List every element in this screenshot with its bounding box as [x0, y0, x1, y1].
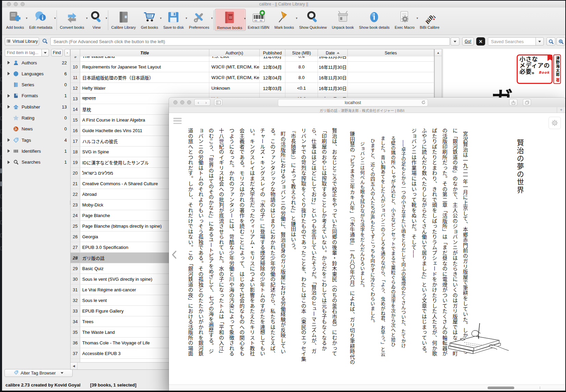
reader-horizontal-scrollbar[interactable] — [169, 384, 565, 391]
sidebar-toggle-button[interactable] — [214, 99, 222, 106]
disclosure-triangle-icon[interactable] — [8, 61, 10, 64]
search-history-dropdown[interactable] — [451, 37, 459, 46]
advanced-search-button[interactable] — [42, 38, 49, 45]
chevron-down-icon[interactable]: ▾ — [211, 16, 213, 20]
previous-page-arrow[interactable] — [171, 250, 178, 260]
browser-titlebar[interactable]: ‹ › localhost — [169, 98, 565, 108]
sidebar-item-news[interactable]: News0 — [2, 125, 70, 134]
reader-column: ぱたりぱたりとまわり、きれで頭をしばったりラムプシェードをかけたりした人たちが、… — [431, 128, 437, 368]
toolbar-button-convert-books[interactable]: Convert books▾ — [58, 9, 87, 30]
table-row[interactable]: 9The Waste LandT.S. Eliot11年09月0.416年11月… — [71, 56, 434, 62]
show-tabs-button[interactable] — [523, 99, 531, 106]
toolbar-button-extract-isbn[interactable]: 010011Extract ISBN — [246, 9, 272, 30]
copy-search-button[interactable] — [546, 37, 555, 46]
column-header-published[interactable]: Published — [260, 49, 285, 56]
sidebar-item-rating[interactable]: Rating0 — [2, 114, 70, 123]
row-number: 29 — [71, 263, 80, 274]
gear-icon — [551, 119, 558, 126]
saved-searches-dropdown[interactable] — [536, 37, 544, 46]
chevron-down-icon[interactable]: ▾ — [106, 16, 107, 20]
save-search-button[interactable] — [556, 37, 565, 46]
series-icon — [13, 82, 19, 88]
reload-icon[interactable] — [421, 100, 426, 105]
column-header-date[interactable]: Date — [318, 49, 348, 56]
sidebar-count: 1 — [64, 149, 67, 154]
toolbar-button-bibi-calibre[interactable]: BiBiBiBi Calibre — [418, 9, 442, 30]
chevron-down-icon[interactable]: ▾ — [54, 16, 56, 20]
toolbar-button-view[interactable]: View▾ — [87, 9, 107, 30]
column-header-size-mb[interactable]: Size (MB) — [285, 49, 318, 56]
reader-column: リバンヤでの苛烈な搾取をくぐり抜けたものであったことを、わたしはこの本（東民のエ… — [300, 128, 306, 368]
sidebar-item-tags[interactable]: Tags4 — [2, 136, 70, 144]
saved-searches-combo[interactable]: Saved Searches — [488, 37, 536, 46]
disclosure-triangle-icon[interactable] — [8, 72, 10, 75]
tag-find-button[interactable]: Find — [51, 49, 63, 56]
toolbar-button-unpack-book[interactable]: Unpack book — [330, 9, 357, 30]
tag-collapse-button[interactable]: - — [64, 49, 70, 56]
toolbar-button-calibre-library[interactable]: Calibre Library — [109, 9, 139, 30]
toolbar-label: Add books — [6, 25, 24, 29]
toolbar-button-preferences[interactable]: Preferences▾ — [187, 9, 212, 30]
calibre-titlebar[interactable]: calibre - || Calibre Library || — [2, 1, 565, 8]
tag-browser-find-input[interactable] — [5, 49, 42, 56]
column-header-title[interactable]: Title — [80, 49, 209, 56]
url-field[interactable]: localhost — [278, 99, 428, 106]
column-header-author-s[interactable]: Author(s) — [209, 49, 260, 56]
sidebar-item-formats[interactable]: Formats1 — [2, 91, 70, 100]
tab-title[interactable]: ガリ版の話 - 津野海太郎 - 株式会社ボイジャー | BiB/i — [169, 108, 555, 113]
cell-date: 16年11月30日 — [318, 56, 348, 61]
disclosure-triangle-icon[interactable] — [8, 161, 10, 164]
back-button[interactable]: ‹ — [194, 99, 202, 106]
minimize-window-button[interactable] — [180, 100, 184, 104]
scroll-up-icon[interactable]: ▲ — [435, 49, 442, 56]
zoom-window-button[interactable] — [187, 100, 191, 104]
disclosure-triangle-icon[interactable] — [8, 94, 10, 98]
clear-search-button[interactable]: ✕ — [476, 37, 485, 46]
row-number: 37 — [71, 348, 80, 358]
sort-ascending-icon — [337, 52, 340, 54]
toolbar-button-mark-books[interactable]: Mark books▾ — [272, 9, 297, 30]
toolbar-button-show-book-details[interactable]: Show book details — [357, 9, 393, 30]
new-tab-button[interactable]: + — [557, 107, 565, 113]
row-number: 15 — [71, 115, 80, 125]
show-book-details-icon — [367, 10, 381, 24]
add-books-icon — [8, 10, 22, 24]
sidebar-item-series[interactable]: Series0 — [2, 80, 70, 89]
forward-button[interactable]: › — [202, 99, 210, 106]
share-button[interactable] — [509, 99, 517, 106]
toolbar-button-remove-books[interactable]: Remove books▾ — [215, 9, 246, 31]
tag-find-dropdown[interactable] — [41, 49, 49, 56]
toolbar-button-edit-metadata[interactable]: Edit metadata▾ — [27, 9, 56, 30]
toolbar-button-show-quickview[interactable]: Show Quickview — [297, 9, 330, 30]
sidebar-item-searches[interactable]: Searches1 — [2, 158, 70, 167]
search-input[interactable] — [50, 37, 450, 46]
scroll-left-icon[interactable]: ◀ — [71, 363, 77, 369]
close-window-button[interactable] — [173, 100, 177, 104]
virtual-library-button[interactable]: Virtual Library — [5, 37, 39, 46]
menu-icon[interactable] — [173, 118, 182, 124]
row-number: 21 — [71, 178, 80, 189]
reader-settings-button[interactable] — [549, 117, 561, 129]
window-traffic-lights[interactable] — [173, 100, 191, 104]
alter-tag-browser-button[interactable]: Alter Tag Browser — [4, 369, 73, 377]
toolbar-button-exec-macro[interactable]: Exec Macro▾ — [393, 9, 418, 30]
table-row[interactable]: 12Hefty WaterUnknown12年03月<0.116年11月30日 — [71, 83, 434, 93]
search-go-button[interactable]: Go! — [462, 37, 474, 46]
disclosure-triangle-icon[interactable] — [8, 149, 10, 153]
cell-authors: W3C® (MIT, ERCIM, Ke... — [209, 62, 260, 72]
sidebar-item-identifiers[interactable]: Identifiers1 — [2, 147, 70, 155]
toolbar-separator — [213, 10, 214, 30]
disclosure-triangle-icon[interactable] — [8, 105, 10, 109]
table-row[interactable]: 10Requirements for Japanese Text LayoutW… — [71, 62, 434, 72]
disclosure-triangle-icon[interactable] — [8, 138, 10, 142]
toolbar-button-save-to-disk[interactable]: Save to disk▾ — [161, 9, 187, 30]
splitter-grip[interactable] — [69, 201, 71, 210]
sidebar-item-publisher[interactable]: Publisher13 — [2, 102, 70, 111]
column-header-series[interactable]: Series — [348, 49, 434, 56]
table-row[interactable]: 11日本語組版処理の要件（日本語版）W3C® (MIT, ERCIM, Ke..… — [71, 72, 434, 83]
toolbar-button-get-books[interactable]: Get books▾ — [139, 9, 161, 30]
scrollbar-thumb[interactable] — [488, 387, 514, 389]
toolbar-button-add-books[interactable]: Add books▾ — [4, 9, 27, 30]
sidebar-item-authors[interactable]: Authors22 — [2, 58, 70, 67]
sidebar-item-languages[interactable]: Languages6 — [2, 69, 70, 78]
